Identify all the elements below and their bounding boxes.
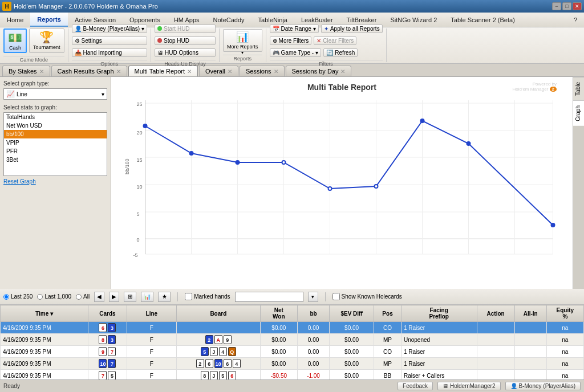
tab-multi-table[interactable]: Multi Table Report ✕ [128,66,198,76]
cell-ev-diff: $0.00 [330,346,374,358]
menu-reports[interactable]: Reports [30,13,68,27]
tab-close-multi-table[interactable]: ✕ [187,68,192,75]
tab-close-sessions-by-day[interactable]: ✕ [340,68,345,75]
menu-home[interactable]: Home [0,13,30,27]
th-net-won[interactable]: NetWon [260,305,297,322]
show-holecards-checkbox[interactable] [332,293,340,300]
svg-point-30 [375,185,378,188]
cell-time: 4/16/2009 9:35 PM [1,322,88,334]
player-select[interactable]: 👤 B-Money (PlayerAlias) ▾ [72,24,147,33]
svg-text:7 tables: 7 tables [227,259,243,260]
tab-cash-results[interactable]: Cash Results Graph ✕ [51,66,127,76]
cell-time: 4/16/2009 9:35 PM [1,334,88,346]
tab-close-by-stakes[interactable]: ✕ [39,68,44,75]
minimize-btn[interactable]: − [552,2,561,10]
cell-cards: 97 [88,346,127,358]
settings-btn[interactable]: ⚙ Settings [72,36,147,45]
nav-prev-btn[interactable]: ◀ [94,292,104,302]
th-cards[interactable]: Cards [88,305,127,322]
svg-text:2 tables: 2 tables [456,259,472,260]
hud-options-btn[interactable]: 🖥 HUD Options [155,48,216,57]
chart-area: Multi Table Report Powered byHold'em Man… [111,77,573,289]
th-time[interactable]: Time ▾ [1,305,88,322]
more-reports-btn[interactable]: 📊 More Reports ▾ [223,29,262,52]
table-row[interactable]: 4/16/2009 9:35 PM97F5J4Q$0.000.00$0.00CO… [1,346,584,358]
tournament-btn[interactable]: 🏆 Tournament [29,28,64,53]
tab-by-stakes[interactable]: By Stakes ✕ [2,66,50,76]
chart-watermark: Powered byHold'em Manager 2 [512,81,557,92]
cell-bb: 0.00 [297,346,329,358]
player-btn[interactable]: 👤 B-Money (PlayerAlias) [505,382,581,390]
table-row[interactable]: 4/16/2009 9:35 PM63F$0.000.00$0.00CO1 Ra… [1,322,584,334]
apply-all-btn[interactable]: ✦ Apply to all Reports [321,24,383,33]
radio-last250[interactable]: Last 250 [3,293,33,300]
feedback-btn[interactable]: Feedback [398,382,433,390]
stats-net-won[interactable]: Net Won USD [4,121,107,130]
tab-close-sessions[interactable]: ✕ [274,68,278,75]
svg-text:4 tables: 4 tables [365,259,381,260]
tab-sessions-by-day[interactable]: Sessions by Day ✕ [286,66,352,76]
options-group: 👤 B-Money (PlayerAlias) ▾ ⚙ Settings 📥 H… [68,28,151,62]
status-bar: Ready Feedback 🖥 HoldemManager2 👤 B-Mone… [0,379,584,392]
stats-total-hands[interactable]: TotalHands [4,113,107,121]
stats-bb100[interactable]: bb/100 [4,130,107,138]
table-row[interactable]: 4/16/2009 9:35 PM107F261064$0.000.00$0.0… [1,358,584,370]
menu-sitngo[interactable]: SitNGo Wizard 2 [383,13,444,27]
tab-sessions[interactable]: Sessions ✕ [240,66,285,76]
graph-type-select[interactable]: 📈 Line ▾ [3,88,107,100]
nav-grid-btn[interactable]: ⊞ [124,292,136,302]
th-equity[interactable]: Equity% [546,305,583,322]
start-hud-btn[interactable]: Start HUD [155,24,216,33]
close-btn[interactable]: ✕ [573,2,582,10]
chart-svg: 25 20 15 10 5 0 -5 bb/100 [117,95,567,260]
clear-filters-btn[interactable]: ✕ Clear Filters [314,36,356,45]
cell-time: 4/16/2009 9:35 PM [1,346,88,358]
cell-cards: 63 [88,322,127,334]
window-controls[interactable]: − □ ✕ [552,2,582,10]
svg-text:-5: -5 [133,252,138,258]
radio-last1000[interactable]: Last 1,000 [37,293,71,300]
cell-net-won: $0.00 [260,322,297,334]
th-pos[interactable]: Pos [374,305,402,322]
stop-hud-btn[interactable]: Stop HUD [155,36,216,45]
right-tab-graph[interactable]: Graph [573,100,584,126]
th-bb[interactable]: bb [297,305,329,322]
nav-star-btn[interactable]: ★ [158,292,171,302]
hand-importing-btn[interactable]: 📥 Hand Importing [72,48,147,57]
stats-pfr[interactable]: PFR [4,147,107,156]
nav-next-btn[interactable]: ▶ [109,292,119,302]
game-type-btn[interactable]: 🎮 Game Type - ▾ [270,48,322,57]
th-board[interactable]: Board [176,305,260,322]
marked-dropdown[interactable]: ▾ [308,292,318,302]
th-line[interactable]: Line [127,305,176,322]
refresh-btn[interactable]: 🔄 Refresh [323,48,358,57]
tab-close-cash-results[interactable]: ✕ [116,68,121,75]
show-holecards-label[interactable]: Show Known Holecards [332,293,402,300]
tab-close-overall[interactable]: ✕ [228,68,232,75]
th-ev-diff[interactable]: $EV Diff [330,305,374,322]
svg-point-25 [143,124,148,128]
reports-label: Reports [223,55,262,62]
menu-help[interactable]: ? [567,13,584,27]
marked-hands-input[interactable] [235,292,303,302]
marked-hands-checkbox[interactable] [185,293,192,300]
nav-bar-btn[interactable]: 📊 [141,292,153,302]
table-row[interactable]: 4/16/2009 9:35 PM83F2A9$0.000.00$0.00MPU… [1,334,584,346]
cell-net-won: $0.00 [260,334,297,346]
th-allin[interactable]: All-In [514,305,546,322]
th-facing[interactable]: FacingPreflop [401,305,477,322]
right-tab-table[interactable]: Table [573,77,584,100]
tab-overall[interactable]: Overall ✕ [199,66,238,76]
more-filters-btn[interactable]: ⊕ More Filters [270,36,312,45]
th-action[interactable]: Action [477,305,514,322]
date-range-btn[interactable]: 📅 Date Range ▾ [270,24,319,33]
reports-group: 📊 More Reports ▾ Reports [220,28,266,62]
menu-table-scanner[interactable]: Table Scanner 2 (Beta) [444,13,522,27]
maximize-btn[interactable]: □ [562,2,571,10]
stats-3bet[interactable]: 3Bet [4,156,107,164]
reset-graph-link[interactable]: Reset Graph [3,178,107,185]
cash-btn[interactable]: 💵 Cash [3,28,27,53]
stats-vpip[interactable]: VPIP [4,138,107,147]
radio-all[interactable]: All [76,293,90,300]
manager-btn[interactable]: 🖥 HoldemManager2 [437,382,501,390]
